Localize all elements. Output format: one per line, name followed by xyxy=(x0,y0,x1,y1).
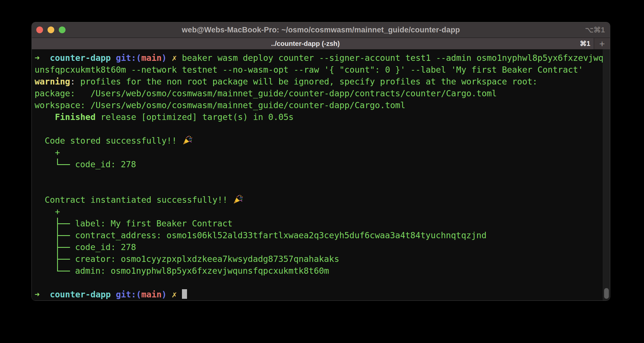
creator-value: creator: osmo1cyyzpxplxdzkeea7kwsydadg87… xyxy=(75,254,339,264)
prompt-git-prefix: git:( xyxy=(116,53,141,63)
prompt-dirty-flag: ✗ xyxy=(172,289,182,299)
terminal-cursor xyxy=(182,289,187,299)
contract-code-id-value: code_id: 278 xyxy=(75,242,136,252)
tab-counter-dapp[interactable]: ../counter-dapp (-zsh) xyxy=(32,38,579,49)
terminal-blank-line xyxy=(35,123,610,135)
prompt-git-suffix: ) xyxy=(162,53,172,63)
terminal-line-code-stored: Code stored successfully!! xyxy=(35,135,610,147)
terminal-line-prompt: ➜ counter-dapp git:(main) ✗ xyxy=(35,289,610,300)
terminal-line-creator: creator: osmo1cyyzpxplxdzkeea7kwsydadg87… xyxy=(35,253,610,265)
prompt-directory: counter-dapp xyxy=(50,289,116,299)
tree-indent xyxy=(35,253,55,265)
terminal-line-code-id: code_id: 278 xyxy=(35,159,610,170)
package-path: package: /Users/web/osmo/cosmwasm/mainne… xyxy=(35,88,497,98)
workspace-path: workspace: /Users/web/osmo/cosmwasm/main… xyxy=(35,100,406,110)
tree-corner-connector xyxy=(55,159,75,170)
terminal-blank-line xyxy=(35,277,610,289)
terminal-blank-line xyxy=(35,182,610,194)
tree-indent xyxy=(35,265,55,277)
warning-label: warning xyxy=(35,77,70,86)
terminal-line-admin: admin: osmo1nyphwl8p5yx6fxzevjwqunsfqpcx… xyxy=(35,265,610,277)
tree-tee-connector xyxy=(55,241,75,253)
tree-tee-connector xyxy=(55,230,75,241)
tree-plus: + xyxy=(35,207,60,217)
code-stored-heading: Code stored successfully!! xyxy=(35,136,182,146)
warning-text: profiles for the non root package will b… xyxy=(75,77,538,86)
prompt-arrow: ➜ xyxy=(35,289,50,299)
admin-value: admin: osmo1nyphwl8p5yx6fxzevjwqunsfqpcx… xyxy=(75,266,329,276)
prompt-git-branch: main xyxy=(141,53,161,63)
scrollbar-track[interactable] xyxy=(603,49,610,300)
window-title: web@Webs-MacBook-Pro: ~/osmo/cosmwasm/ma… xyxy=(32,26,610,34)
finished-label: Finished xyxy=(35,112,96,122)
prompt-git-suffix: ) xyxy=(162,289,172,299)
prompt-git-branch: main xyxy=(141,289,161,299)
contract-address-value: contract_address: osmo1s06kl52ald33tfart… xyxy=(75,230,487,240)
tree-plus: + xyxy=(35,148,60,157)
tab-label: ../counter-dapp (-zsh) xyxy=(271,40,340,48)
new-tab-button[interactable]: + xyxy=(594,38,610,49)
tree-indent xyxy=(35,218,55,230)
scrollbar-thumb[interactable] xyxy=(604,288,609,299)
terminal-line-warning: warning: profiles for the non root packa… xyxy=(35,76,610,88)
terminal-line-contract-address: contract_address: osmo1s06kl52ald33tfart… xyxy=(35,230,610,241)
tab-shortcut-hint: ⌘1 xyxy=(580,40,590,48)
tree-indent xyxy=(35,241,55,253)
party-popper-icon xyxy=(233,194,243,205)
command-text: beaker wasm deploy counter --signer-acco… xyxy=(182,53,604,63)
terminal-window: web@Webs-MacBook-Pro: ~/osmo/cosmwasm/ma… xyxy=(31,22,610,301)
prompt-directory: counter-dapp xyxy=(50,53,116,63)
party-popper-icon xyxy=(182,135,193,146)
window-titlebar[interactable]: web@Webs-MacBook-Pro: ~/osmo/cosmwasm/ma… xyxy=(32,22,610,37)
terminal-line-finished: Finished release [optimized] target(s) i… xyxy=(35,111,610,123)
warning-colon: : xyxy=(70,77,75,86)
terminal-line-plus: + xyxy=(35,147,610,159)
command-text-wrap: unsfqpcxukmtk8t60m --network testnet --n… xyxy=(35,65,583,75)
contract-heading: Contract instantiated successfully!! xyxy=(35,195,233,205)
code-id-value: code_id: 278 xyxy=(75,159,136,169)
terminal-line-workspace: workspace: /Users/web/osmo/cosmwasm/main… xyxy=(35,99,610,111)
contract-label-value: label: My first Beaker Contract xyxy=(75,219,233,228)
terminal-line-contract-instantiated: Contract instantiated successfully!! xyxy=(35,194,610,206)
tree-tee-connector xyxy=(55,218,75,230)
terminal-line-label: label: My first Beaker Contract xyxy=(35,218,610,230)
finished-text: release [optimized] target(s) in 0.05s xyxy=(96,112,294,122)
terminal-blank-line xyxy=(35,170,610,182)
terminal-line-package: package: /Users/web/osmo/cosmwasm/mainne… xyxy=(35,88,610,99)
terminal-content[interactable]: ➜ counter-dapp git:(main) ✗ beaker wasm … xyxy=(32,49,610,300)
terminal-line-command: ➜ counter-dapp git:(main) ✗ beaker wasm … xyxy=(35,52,610,64)
tab-bar: ../counter-dapp (-zsh) ⌘1 + xyxy=(32,37,610,49)
prompt-dirty-flag: ✗ xyxy=(172,53,182,63)
terminal-line-contract-code-id: code_id: 278 xyxy=(35,241,610,253)
terminal-line-plus: + xyxy=(35,206,610,218)
tree-indent xyxy=(35,159,55,170)
window-shortcut-hint: ⌥⌘1 xyxy=(585,26,605,34)
tree-indent xyxy=(35,230,55,241)
tree-tee-connector xyxy=(55,253,75,265)
prompt-git-prefix: git:( xyxy=(116,289,141,299)
prompt-arrow: ➜ xyxy=(35,53,50,63)
terminal-line-command-wrap: unsfqpcxukmtk8t60m --network testnet --n… xyxy=(35,64,610,76)
tree-corner-connector xyxy=(55,265,75,277)
